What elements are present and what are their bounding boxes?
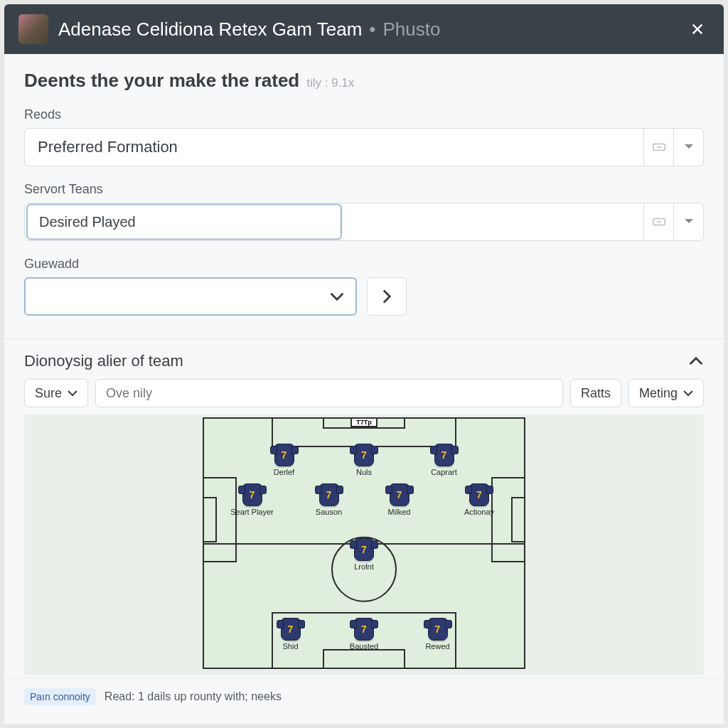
player-marker[interactable]: 7Seart Player (228, 483, 277, 516)
section-header[interactable]: Dionoysig alier of team (4, 339, 724, 379)
pitch: T7Tp 7Derlef7Nuls7Caprart7Seart Player7S… (203, 417, 525, 669)
player-name: Lrolnt (339, 562, 389, 571)
player-name: Caprart (419, 468, 469, 476)
shirt-icon: 7 (434, 444, 454, 466)
shirt-icon: 7 (242, 483, 262, 506)
shirt-icon: 7 (428, 618, 448, 641)
field-guewadd: Guewadd (24, 257, 704, 316)
link-icon (653, 142, 665, 152)
footer-chip[interactable]: Paın connoity (24, 688, 96, 705)
ratts-button[interactable]: Ratts (570, 379, 621, 407)
player-marker[interactable]: 7Caprart (419, 444, 469, 476)
chevron-up-icon (688, 356, 704, 366)
sure-label: Sure (35, 386, 62, 401)
meting-dropdown[interactable]: Meting (628, 379, 704, 407)
pitch-container: T7Tp 7Derlef7Nuls7Caprart7Seart Player7S… (24, 414, 704, 675)
shirt-icon: 7 (354, 538, 374, 561)
chevron-down-icon (684, 144, 694, 151)
player-marker[interactable]: 7Nuls (339, 444, 389, 476)
shirt-icon: 7 (390, 483, 410, 506)
player-marker[interactable]: 7Bausted (339, 618, 389, 651)
chevron-down-icon (330, 291, 344, 301)
modal: Adenase Celidiona Retex Gam Team • Phust… (4, 4, 724, 724)
header-title-main: Adenase Celidiona Retex Gam Team (58, 18, 362, 41)
player-name: Shid (266, 642, 316, 651)
field-reods: Reods Preferred Formation (24, 107, 704, 166)
player-name: Milked (375, 508, 424, 516)
player-marker[interactable]: 7Milked (375, 483, 424, 516)
modal-header: Adenase Celidiona Retex Gam Team • Phust… (4, 4, 724, 54)
guewadd-select[interactable] (24, 277, 357, 316)
player-marker[interactable]: 7Lrolnt (339, 538, 389, 571)
player-name: Bausted (339, 642, 389, 651)
page-title-meta: tily : 9.1x (306, 76, 354, 90)
sure-dropdown[interactable]: Sure (24, 379, 88, 407)
field-servort-label: Servort Teans (24, 182, 704, 197)
player-marker[interactable]: 7Shid (266, 618, 316, 651)
shirt-icon: 7 (354, 618, 374, 641)
shirt-icon: 7 (319, 483, 339, 506)
pitch-bottom-6yd (323, 649, 405, 669)
player-marker[interactable]: 7Sauson (304, 483, 354, 516)
chevron-right-icon (382, 289, 392, 304)
header-title-dot: • (369, 18, 375, 41)
servort-caret[interactable] (674, 203, 704, 241)
reods-caret[interactable] (674, 128, 704, 166)
player-name: Actionay (454, 508, 504, 516)
meting-label: Meting (639, 386, 678, 401)
chevron-down-icon (683, 390, 693, 397)
pitch-left-6yd (203, 497, 217, 542)
servort-select[interactable]: Desired Played (24, 203, 704, 241)
player-name: Sauson (304, 508, 354, 516)
page-title: Deents the your make the rated tily : 9.… (24, 70, 704, 92)
shirt-icon: 7 (469, 483, 489, 506)
reods-select-value: Preferred Formation (24, 128, 644, 166)
player-name: Nuls (339, 468, 389, 476)
player-marker[interactable]: 7Derlef (259, 444, 309, 476)
field-servort: Servort Teans Desired Played (24, 182, 704, 241)
guewadd-next-button[interactable] (367, 277, 407, 316)
ratts-label: Ratts (581, 386, 611, 401)
link-icon (653, 217, 665, 227)
pitch-goal-label: T7Tp (350, 417, 378, 427)
player-name: Derlef (259, 468, 309, 476)
field-guewadd-label: Guewadd (24, 257, 704, 272)
player-name: Rewed (413, 642, 463, 651)
footer: Paın connoity Read: 1 dails up rounty wi… (4, 678, 724, 715)
footer-text: Read: 1 dails up rounty with; neeks (105, 690, 282, 703)
section-title: Dionoysig alier of team (24, 352, 183, 370)
chevron-down-icon (68, 390, 77, 397)
shirt-icon: 7 (281, 618, 301, 641)
servort-chip[interactable]: Desired Played (26, 204, 342, 240)
header-title-dim: Phusto (382, 18, 440, 41)
search-input[interactable] (95, 379, 563, 407)
reods-link-icon[interactable] (644, 128, 674, 166)
servort-link-icon[interactable] (644, 203, 674, 241)
avatar (18, 14, 48, 44)
close-icon (690, 21, 705, 37)
header-title: Adenase Celidiona Retex Gam Team • Phust… (58, 18, 675, 41)
shirt-icon: 7 (354, 444, 374, 466)
pitch-right-6yd (511, 497, 525, 542)
shirt-icon: 7 (274, 444, 294, 466)
reods-select[interactable]: Preferred Formation (24, 128, 704, 166)
player-marker[interactable]: 7Rewed (413, 618, 463, 651)
field-reods-label: Reods (24, 107, 704, 122)
page-title-text: Deents the your make the rated (24, 70, 299, 92)
content-area: Deents the your make the rated tily : 9.… (4, 54, 724, 323)
player-name: Seart Player (228, 508, 277, 516)
close-button[interactable] (685, 17, 710, 41)
player-marker[interactable]: 7Actionay (454, 483, 504, 516)
chevron-down-icon (684, 218, 694, 225)
toolbar: Sure Ratts Meting (4, 379, 724, 414)
